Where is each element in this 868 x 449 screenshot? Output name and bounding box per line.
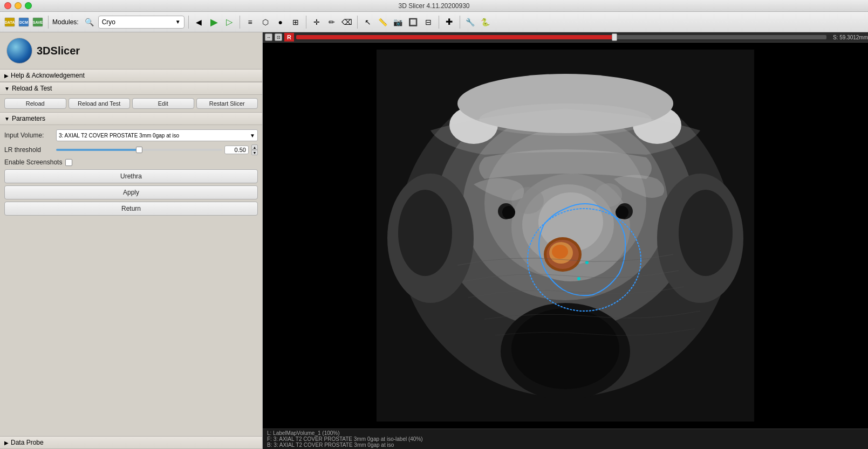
eraser-icon[interactable]: ⌫ (340, 16, 353, 29)
logo-text: 3DSlicer (37, 45, 80, 57)
input-volume-dropdown[interactable]: 3: AXIAL T2 COVER PROSTATE 3mm 0gap at i… (56, 129, 258, 141)
params-content: Input Volume: 3: AXIAL T2 COVER PROSTATE… (0, 125, 262, 222)
window-title: 3D Slicer 4.11.20200930 (398, 2, 469, 10)
return-button[interactable]: Return (4, 202, 258, 216)
resize-icon[interactable]: ⊡ (275, 33, 282, 41)
reload-button-row: Reload Reload and Test Edit Restart Slic… (4, 98, 258, 109)
data-probe-section: ▶ Data Probe (0, 436, 262, 449)
lr-threshold-value[interactable]: 0.50 (224, 146, 249, 154)
params-section-label: Parameters (12, 115, 45, 122)
dcm-icon[interactable]: DCM (17, 16, 30, 29)
module-selector[interactable]: Cryo ▼ (98, 16, 184, 29)
lr-threshold-track[interactable] (56, 149, 222, 151)
svg-point-35 (577, 277, 580, 280)
svg-point-33 (552, 245, 568, 259)
data-probe-label: Data Probe (11, 439, 44, 446)
toolbar: DATA DCM SAVE Modules: 🔍 Cryo ▼ ◀ ▶ ▷ ≡ … (0, 12, 868, 32)
toolbar-separator-3 (240, 16, 240, 29)
apply-button[interactable]: Apply (4, 185, 258, 199)
cube-icon[interactable]: ⬡ (259, 16, 272, 29)
module-name: Cryo (102, 18, 115, 26)
spinner-down-icon[interactable]: ▼ (251, 150, 258, 155)
enable-screenshots-checkbox[interactable] (65, 159, 72, 166)
dropdown-arrow-icon: ▼ (175, 19, 181, 25)
reload-button[interactable]: Reload (4, 98, 66, 109)
reload-test-section-header[interactable]: ▼ Reload & Test (0, 82, 262, 95)
view3d-icon[interactable]: 🔲 (407, 16, 420, 29)
svg-text:SAVE: SAVE (33, 20, 43, 24)
params-section-header[interactable]: ▼ Parameters (0, 112, 262, 125)
nav-forward-icon[interactable]: ▷ (223, 16, 236, 29)
logo-sphere (6, 38, 32, 64)
data-probe-header[interactable]: ▶ Data Probe (0, 436, 262, 449)
svg-point-24 (595, 183, 622, 207)
sphere-icon[interactable]: ● (274, 16, 287, 29)
crosshair-icon[interactable]: ✛ (310, 16, 323, 29)
lr-threshold-slider-container: 0.50 ▲ ▼ (56, 144, 258, 155)
minimize-button[interactable] (15, 2, 22, 9)
lr-threshold-thumb[interactable] (136, 147, 142, 153)
extension-icon[interactable]: 🔧 (464, 16, 477, 29)
search-modules-icon[interactable]: 🔍 (83, 16, 96, 29)
plus-icon[interactable]: ✚ (443, 16, 456, 29)
mri-image (377, 50, 754, 422)
status-bar: L: LabelMapVolume_1 (100%) F: 3: AXIAL T… (263, 429, 868, 449)
image-area[interactable] (263, 43, 868, 429)
camera-icon[interactable]: 📷 (392, 16, 405, 29)
list-icon[interactable]: ≡ (244, 16, 257, 29)
status-line-3: B: 3: AXIAL T2 COVER PROSTATE 3mm 0gap a… (267, 442, 864, 448)
svg-point-18 (511, 308, 619, 389)
reload-and-test-button[interactable]: Reload and Test (69, 98, 131, 109)
pencil-icon[interactable]: ✏ (325, 16, 338, 29)
slice-icon[interactable]: ⊟ (422, 16, 435, 29)
urethra-button[interactable]: Urethra (4, 169, 258, 183)
slice-slider-thumb[interactable] (612, 33, 617, 41)
pin-icon[interactable]: ↔ (265, 33, 272, 41)
reload-test-content: Reload Reload and Test Edit Restart Slic… (0, 95, 262, 112)
svg-text:DATA: DATA (5, 20, 15, 24)
toolbar-separator-5 (357, 16, 358, 29)
measure-icon[interactable]: 📏 (377, 16, 389, 29)
status-line-2: F: 3: AXIAL T2 COVER PROSTATE 3mm 0gap a… (267, 436, 864, 442)
modules-label: Modules: (52, 18, 79, 26)
slice-value: S: 59.3012mm (833, 34, 868, 40)
input-volume-value: 3: AXIAL T2 COVER PROSTATE 3mm 0gap at i… (59, 133, 179, 139)
help-section-label: Help & Acknowledgement (11, 72, 85, 79)
help-section-header[interactable]: ▶ Help & Acknowledgement (0, 69, 262, 82)
viewer-label: R (284, 33, 294, 42)
toolbar-separator-7 (460, 16, 460, 29)
toolbar-separator-2 (188, 16, 189, 29)
svg-text:DCM: DCM (19, 20, 28, 24)
title-bar: 3D Slicer 4.11.20200930 (0, 0, 868, 12)
edit-button[interactable]: Edit (132, 98, 194, 109)
input-volume-label: Input Volume: (4, 132, 53, 139)
reload-test-arrow-icon: ▼ (4, 86, 10, 92)
enable-screenshots-label: Enable Screenshots (4, 158, 62, 166)
input-volume-row: Input Volume: 3: AXIAL T2 COVER PROSTATE… (4, 129, 258, 141)
slice-slider-track[interactable] (296, 35, 826, 39)
toolbar-separator-4 (306, 16, 306, 29)
spinner-up-icon[interactable]: ▲ (251, 144, 258, 150)
cursor-icon[interactable]: ↖ (361, 16, 374, 29)
file-icons: DATA DCM SAVE (3, 16, 44, 29)
maximize-button[interactable] (25, 2, 32, 9)
nav-prev-icon[interactable]: ◀ (193, 16, 206, 29)
lr-threshold-row: LR threshold 0.50 ▲ ▼ (4, 144, 258, 155)
save-icon[interactable]: SAVE (31, 16, 44, 29)
nav-next-icon[interactable]: ▶ (208, 16, 221, 29)
data-icon[interactable]: DATA (3, 16, 16, 29)
grid-icon[interactable]: ⊞ (289, 16, 302, 29)
svg-point-36 (479, 103, 652, 136)
help-arrow-icon: ▶ (4, 73, 9, 79)
right-panel: ↔ ⊡ R S: 59.3012mm (263, 32, 868, 449)
restart-slicer-button[interactable]: Restart Slicer (196, 98, 258, 109)
svg-point-21 (398, 190, 452, 276)
python-icon[interactable]: 🐍 (479, 16, 492, 29)
close-button[interactable] (4, 2, 11, 9)
window-controls[interactable] (4, 2, 32, 9)
status-line-1: L: LabelMapVolume_1 (100%) (267, 430, 864, 436)
viewer-header: ↔ ⊡ R S: 59.3012mm (263, 32, 868, 43)
svg-point-27 (502, 206, 515, 219)
params-arrow-icon: ▼ (4, 116, 10, 122)
svg-point-28 (616, 206, 628, 219)
